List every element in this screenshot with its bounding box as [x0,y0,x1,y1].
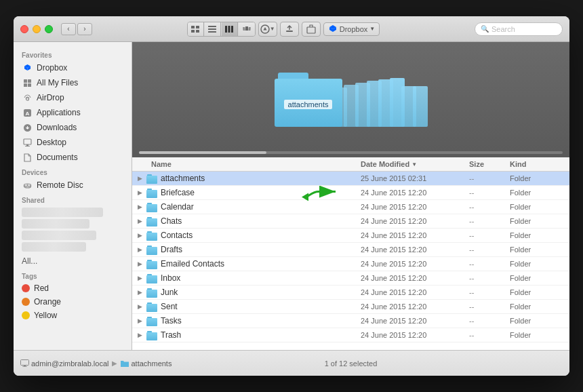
table-row[interactable]: ▶ Briefcase 24 June 2015 12:20 -- Folder [132,186,569,200]
folder-icon [146,174,157,183]
expand-arrow[interactable]: ▶ [138,246,144,253]
table-row[interactable]: ▶ attachments 25 June 2015 02:31 -- Fold… [132,172,569,186]
titlebar: ‹ › ▼ [14,16,569,42]
sidebar-item-desktop[interactable]: Desktop [14,135,132,150]
breadcrumb-item-root[interactable]: admin@zimbralab.local [20,359,109,368]
col-modified-header[interactable]: Date Modified ▼ [361,160,469,168]
expand-arrow[interactable]: ▶ [138,317,144,324]
table-row[interactable]: ▶ Junk 24 June 2015 12:20 -- Folder [132,286,569,300]
expand-arrow[interactable]: ▶ [138,218,144,224]
icon-view-button[interactable] [188,22,204,36]
sidebar-item-red[interactable]: Red [14,281,132,295]
maximize-button[interactable] [45,25,53,33]
orange-tag-dot [22,298,30,306]
close-button[interactable] [20,25,28,33]
svg-rect-9 [231,26,233,33]
sidebar-item-documents[interactable]: Documents [14,150,132,165]
expand-arrow[interactable]: ▶ [138,232,144,239]
file-kind: Folder [510,317,564,325]
sidebar-item-orange[interactable]: Orange [14,295,132,309]
table-row[interactable]: ▶ Calendar 24 June 2015 12:20 -- Folder [132,200,569,214]
column-view-button[interactable] [222,22,238,36]
file-size: -- [469,317,510,325]
table-row[interactable]: ▶ Inbox 24 June 2015 12:20 -- Folder [132,271,569,286]
expand-arrow[interactable]: ▶ [138,289,144,296]
sidebar-item-desktop-label: Desktop [37,138,66,147]
svg-text:A: A [25,110,29,116]
search-bar[interactable]: 🔍 Search [475,22,563,36]
svg-rect-4 [208,26,216,27]
file-date: 24 June 2015 12:20 [361,288,469,296]
preview-area: attachments [132,42,569,157]
file-name: Chats [161,216,361,226]
col-size-header[interactable]: Size [469,160,510,168]
folder-icon [146,203,157,212]
file-size: -- [469,231,510,239]
file-size: -- [469,189,510,197]
sidebar-item-yellow[interactable]: Yellow [14,309,132,322]
nav-buttons: ‹ › [61,23,92,35]
file-kind: Folder [510,231,564,239]
table-row[interactable]: ▶ Trash 24 June 2015 12:20 -- Folder [132,328,569,342]
sidebar-all-button[interactable]: All... [14,254,132,269]
tags-label: Tags [14,269,132,281]
sidebar-item-airdrop[interactable]: AirDrop [14,90,132,105]
table-row[interactable]: ▶ Sent 24 June 2015 12:20 -- Folder [132,300,569,314]
col-kind-header[interactable]: Kind [510,160,564,168]
file-name: Tasks [161,316,361,326]
dropbox-button[interactable]: Dropbox ▼ [323,22,380,36]
file-date: 24 June 2015 12:20 [361,302,469,311]
expand-arrow[interactable]: ▶ [138,189,144,196]
svg-rect-32 [25,146,30,146]
action-button[interactable]: ▼ [258,22,277,37]
file-date: 24 June 2015 12:20 [361,203,469,211]
expand-arrow[interactable]: ▶ [138,275,144,281]
file-date: 24 June 2015 12:20 [361,317,469,325]
coverflow-view-button[interactable] [239,22,255,36]
upload-button[interactable] [280,22,299,37]
table-row[interactable]: ▶ Drafts 24 June 2015 12:20 -- Folder [132,243,569,257]
sidebar-item-downloads[interactable]: Downloads [14,120,132,135]
expand-arrow[interactable]: ▶ [138,203,144,210]
back-button[interactable]: ‹ [61,23,76,35]
col-name-header[interactable]: Name [138,160,361,168]
status-bar: admin@zimbralab.local ▶ attachments 1 of… [14,350,569,376]
sidebar-item-applications[interactable]: A Applications [14,105,132,120]
sidebar-item-remote-disc[interactable]: Remote Disc [14,178,132,193]
folder-icon [146,217,157,226]
sidebar-item-orange-label: Orange [34,297,61,307]
breadcrumb-item-attachments[interactable]: attachments [120,359,172,368]
expand-arrow[interactable]: ▶ [138,175,144,182]
expand-arrow[interactable]: ▶ [138,332,144,338]
svg-rect-42 [22,366,27,367]
documents-icon [22,152,33,163]
file-size: -- [469,260,510,268]
table-row[interactable]: ▶ Emailed Contacts 24 June 2015 12:20 --… [132,257,569,271]
file-date: 25 June 2015 02:31 [361,174,469,182]
file-kind: Folder [510,288,564,296]
table-row[interactable]: ▶ Tasks 24 June 2015 12:20 -- Folder [132,314,569,328]
expand-arrow[interactable]: ▶ [138,260,144,267]
folder-icon [146,231,157,240]
file-size: -- [469,174,510,182]
sidebar-item-all-files[interactable]: All My Files [14,75,132,90]
expand-arrow[interactable]: ▶ [138,303,144,310]
minimize-button[interactable] [33,25,41,33]
file-name: attachments [161,174,361,183]
list-view-button[interactable] [205,22,221,36]
content-area: attachments [132,42,569,350]
share-button[interactable] [302,22,321,37]
file-date: 24 June 2015 12:20 [361,231,469,239]
table-row[interactable]: ▶ Contacts 24 June 2015 12:20 -- Folder [132,229,569,243]
svg-rect-15 [307,27,315,33]
yellow-tag-dot [22,311,30,319]
svg-rect-11 [243,27,245,31]
shared-item-blurred-1 [22,208,103,217]
sidebar-item-dropbox[interactable]: Dropbox [14,60,132,75]
table-row[interactable]: ▶ Chats 24 June 2015 12:20 -- Folder [132,214,569,229]
folder-icon [146,246,157,254]
sidebar-item-dropbox-label: Dropbox [37,63,67,73]
file-size: -- [469,331,510,339]
forward-button[interactable]: › [77,23,92,35]
file-list-area[interactable]: Name Date Modified ▼ Size Kind ▶ attachm… [132,157,569,350]
